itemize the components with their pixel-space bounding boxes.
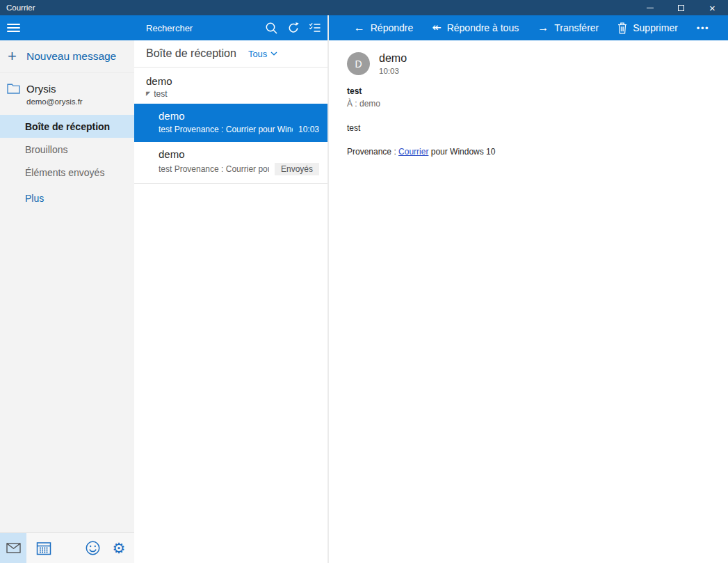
close-icon: × [709,3,715,13]
group-subject-row: ◤ test [146,89,319,99]
reply-all-button[interactable]: ↞ Répondre à tous [432,22,519,33]
minimize-icon [647,8,654,8]
more-actions-button[interactable]: ••• [697,23,709,33]
provenance-prefix: Provenance : [347,147,398,157]
group-subject: test [154,89,167,99]
forward-icon: → [537,22,549,33]
hamburger-icon [7,27,20,29]
sent-folder-badge: Envoyés [275,163,319,175]
message-sender: demo [159,110,319,122]
message-preview: test Provenance : Courrier pour V [159,164,269,174]
message-body-text: test [347,123,710,133]
reply-label: Répondre [371,22,414,33]
list-header: Boîte de réception Tous [134,40,327,68]
account-item[interactable]: Orysis demo@orysis.fr [0,73,134,106]
reading-pane: ← Répondre ↞ Répondre à tous → Transfére… [329,15,728,563]
search-icon[interactable] [265,22,278,35]
calendar-view-button[interactable] [30,533,58,563]
message-toolbar: ← Répondre ↞ Répondre à tous → Transfére… [329,15,728,40]
conversation-group-header[interactable]: demo ◤ test [134,68,327,104]
account-text: Orysis demo@orysis.fr [26,83,83,106]
message-received-time: 10:03 [379,67,407,75]
minimize-button[interactable] [634,0,665,15]
filter-dropdown[interactable]: Tous [248,49,277,59]
message-preview-row: test Provenance : Courrier pour V Envoyé… [159,163,319,175]
maximize-icon [678,5,684,11]
message-sender-name: demo [379,52,407,65]
forward-button[interactable]: → Transférer [537,22,599,33]
smiley-icon [85,540,101,556]
hamburger-icon [7,31,20,32]
reply-button[interactable]: ← Répondre [354,22,414,33]
delete-button[interactable]: Supprimer [617,22,678,34]
avatar: D [347,52,370,75]
folder-nav: Boîte de réception Brouillons Éléments e… [0,115,134,184]
sidebar-more-link[interactable]: Plus [0,193,134,204]
new-message-button[interactable]: + Nouveau message [0,40,134,73]
message-list-item[interactable]: demo test Provenance : Courrier pour V E… [134,142,327,184]
group-sender: demo [146,75,319,87]
account-email: demo@orysis.fr [26,97,83,106]
close-button[interactable]: × [697,0,728,15]
window-title: Courrier [0,3,634,12]
mail-view-button[interactable] [0,533,26,563]
new-message-label: Nouveau message [26,50,116,63]
folder-label: Éléments envoyés [25,167,104,178]
message-signature-line: Provenance : Courrier pour Windows 10 [347,147,710,157]
filter-label: Tous [248,49,267,59]
settings-button[interactable]: ⚙ [105,533,133,563]
sidebar-item-drafts[interactable]: Brouillons [0,138,134,161]
hamburger-icon [7,24,20,25]
forward-label: Transférer [554,22,599,33]
trash-icon [617,22,627,34]
message-subject: test [347,86,710,96]
sidebar-item-inbox[interactable]: Boîte de réception [0,115,134,138]
mail-icon [6,543,21,553]
message-time: 10:03 [298,125,319,134]
more-icon: ••• [697,23,709,33]
feedback-button[interactable] [80,533,105,563]
message-list-item-selected[interactable]: demo test Provenance : Courrier pour Win… [134,104,327,142]
folder-label: Brouillons [25,144,67,155]
list-title: Boîte de réception [146,47,236,60]
chevron-down-icon [270,51,277,56]
maximize-button[interactable] [665,0,697,15]
plus-icon: + [8,49,26,64]
provenance-suffix: pour Windows 10 [428,147,495,157]
subject-block: test À : demo [347,86,710,109]
message-recipients: À : demo [347,99,710,109]
message-header: D demo 10:03 [347,52,710,75]
calendar-icon [36,541,51,555]
message-sender: demo [159,148,319,160]
reply-all-icon: ↞ [432,22,441,33]
reply-icon: ← [354,22,365,33]
sidebar-bottom-bar: ⚙ [0,532,134,563]
sidebar-accent-band [0,15,134,40]
conversation-expanded-icon: ◤ [146,91,150,97]
message-preview-row: test Provenance : Courrier pour Wind 10:… [159,125,319,134]
hamburger-menu-button[interactable] [7,24,20,32]
sidebar-item-sent[interactable]: Éléments envoyés [0,161,134,184]
main-layout: + Nouveau message Orysis demo@orysis.fr … [0,15,728,563]
message-header-text: demo 10:03 [379,52,407,75]
account-name: Orysis [26,83,83,95]
folder-label: Boîte de réception [25,121,110,132]
sidebar: + Nouveau message Orysis demo@orysis.fr … [0,15,134,563]
sync-icon[interactable] [287,22,300,34]
multi-select-icon[interactable] [309,22,321,33]
mail-app-window: Courrier × + Nouveau message [0,0,728,563]
gear-icon: ⚙ [113,541,126,555]
message-preview: test Provenance : Courrier pour Wind [159,125,293,134]
courrier-link[interactable]: Courrier [398,147,428,157]
search-bar-icons [265,22,321,35]
titlebar: Courrier × [0,0,728,15]
message-view: D demo 10:03 test À : demo test Provenan… [329,40,728,157]
search-input[interactable]: Rechercher [146,23,265,33]
message-list-pane: Rechercher [134,15,329,563]
reply-all-label: Répondre à tous [447,22,519,33]
delete-label: Supprimer [633,22,678,33]
search-bar[interactable]: Rechercher [134,15,327,40]
folder-icon [7,83,20,106]
